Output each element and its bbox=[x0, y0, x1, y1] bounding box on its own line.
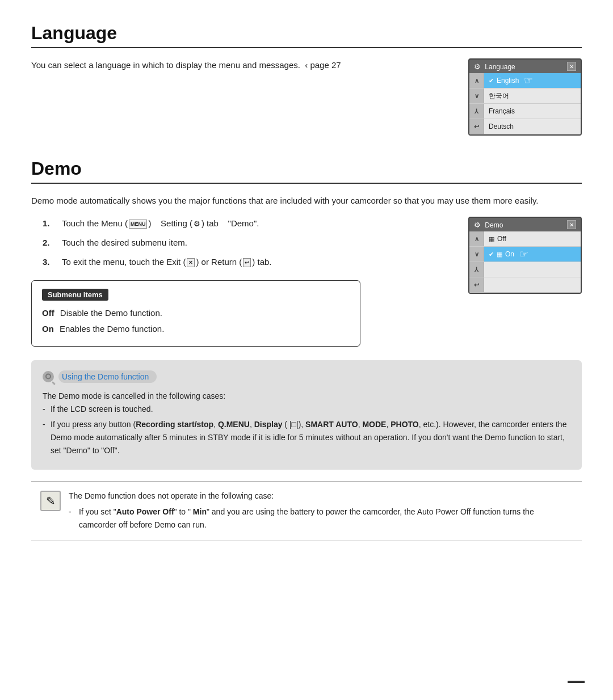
using-demo-box: Using the Demo function The Demo mode is… bbox=[31, 360, 582, 470]
language-page-ref: ‹ page 27 bbox=[305, 60, 341, 70]
submenu-item-on: On Enables the Demo function. bbox=[42, 322, 350, 336]
submenu-on-key: On bbox=[42, 324, 54, 334]
demo-on-label: ✔ ▦ On ☞ bbox=[484, 248, 581, 260]
demo-step-3: To exit the menu, touch the Exit (✕) or … bbox=[43, 255, 451, 269]
demo-off-text: Off bbox=[497, 235, 506, 243]
hand-icon-english: ☞ bbox=[524, 74, 533, 87]
bold-display: Display bbox=[254, 420, 283, 429]
note-items: If you set "Auto Power Off" to " Min" an… bbox=[69, 505, 573, 532]
language-row-french[interactable]: ⅄ Français bbox=[469, 104, 581, 119]
language-ui-header: ⚙ Language ✕ bbox=[469, 60, 581, 73]
bold-mode: MODE bbox=[362, 420, 386, 429]
demo-section: Demo Demo mode automatically shows you t… bbox=[31, 158, 582, 347]
submenu-item-off: Off Disable the Demo function. bbox=[42, 306, 350, 320]
language-section: Language You can select a language in wh… bbox=[31, 23, 582, 136]
submenu-off-desc: Disable the Demo function. bbox=[60, 308, 162, 318]
bold-smart: SMART AUTO bbox=[305, 420, 358, 429]
demo-step-2: Touch the desired submenu item. bbox=[43, 236, 451, 250]
using-demo-item-1: If the LCD screen is touched. bbox=[43, 403, 570, 416]
language-german: Deutsch bbox=[484, 123, 581, 130]
note-box: ✎ The Demo function does not operate in … bbox=[31, 481, 582, 541]
english-label: English bbox=[497, 77, 519, 85]
note-content: The Demo function does not operate in th… bbox=[69, 490, 573, 532]
menu-icon: MENU bbox=[129, 220, 148, 229]
demo-row-on[interactable]: ∨ ✔ ▦ On ☞ bbox=[469, 247, 581, 262]
language-close-btn[interactable]: ✕ bbox=[567, 62, 576, 71]
submenu-on-desc: Enables the Demo function. bbox=[60, 324, 164, 334]
using-demo-items: If the LCD screen is touched. If you pre… bbox=[43, 403, 570, 457]
submenu-off-key: Off bbox=[42, 308, 54, 318]
language-nav-return[interactable]: ↩ bbox=[469, 119, 484, 134]
language-korean: 한국어 bbox=[484, 91, 581, 101]
language-english: ✔ English ☞ bbox=[484, 74, 581, 87]
english-check: ✔ bbox=[489, 77, 494, 85]
note-item-1: If you set "Auto Power Off" to " Min" an… bbox=[69, 505, 573, 532]
demo-nav-down[interactable]: ∨ bbox=[469, 247, 484, 262]
language-title: Language bbox=[31, 23, 582, 48]
note-intro: The Demo function does not operate in th… bbox=[69, 491, 274, 500]
demo-step-1-text: Touch the Menu (MENU) Setting (⚙) tab "D… bbox=[62, 217, 259, 230]
language-nav-extra[interactable]: ⅄ bbox=[469, 104, 484, 119]
demo-title: Demo bbox=[31, 158, 582, 184]
demo-on-text: On bbox=[505, 250, 514, 258]
demo-ui-header-label: Demo bbox=[485, 221, 503, 229]
demo-off-label: ▦ Off bbox=[484, 235, 581, 243]
using-demo-title: Using the Demo function bbox=[58, 370, 157, 383]
language-ui-header-label: Language bbox=[485, 63, 515, 71]
demo-row-return: ↩ bbox=[469, 277, 581, 293]
demo-gear-icon: ⚙ bbox=[474, 221, 481, 229]
demo-on-check: ✔ bbox=[489, 251, 494, 258]
submenu-label: Submenu items bbox=[42, 289, 108, 301]
demo-step-1: Touch the Menu (MENU) Setting (⚙) tab "D… bbox=[43, 217, 451, 230]
demo-step-3-text: To exit the menu, touch the Exit (✕) or … bbox=[62, 255, 272, 269]
return-icon: ↩ bbox=[243, 258, 251, 267]
note-icon: ✎ bbox=[40, 491, 61, 511]
gear-icon: ⚙ bbox=[474, 62, 481, 71]
language-description: You can select a language in which to di… bbox=[31, 58, 451, 72]
settings-icon: ⚙ bbox=[194, 218, 200, 230]
language-ui-screenshot: ⚙ Language ✕ ∧ ✔ English ☞ ∨ 한국어 ⅄ Franç… bbox=[468, 58, 582, 136]
demo-description: Demo mode automatically shows you the ma… bbox=[31, 194, 582, 208]
demo-row-extra: ⅄ bbox=[469, 262, 581, 277]
demo-nav-up[interactable]: ∧ bbox=[469, 231, 484, 246]
language-row-german[interactable]: ↩ Deutsch bbox=[469, 119, 581, 134]
language-french: Français bbox=[484, 107, 581, 115]
using-demo-title-row: Using the Demo function bbox=[43, 370, 570, 383]
hand-icon-demo: ☞ bbox=[519, 248, 528, 260]
search-magnifier-icon bbox=[43, 371, 54, 382]
demo-ui-screenshot: ⚙ Demo ✕ ∧ ▦ Off ∨ ✔ ▦ On ☞ bbox=[468, 217, 582, 294]
bold-min: Min bbox=[191, 507, 207, 516]
demo-step-2-text: Touch the desired submenu item. bbox=[62, 236, 187, 250]
language-row-korean[interactable]: ∨ 한국어 bbox=[469, 88, 581, 104]
submenu-box: Submenu items Off Disable the Demo funct… bbox=[31, 280, 360, 347]
bold-photo: PHOTO bbox=[391, 420, 419, 429]
language-nav-down[interactable]: ∨ bbox=[469, 88, 484, 103]
demo-steps-block: Touch the Menu (MENU) Setting (⚙) tab "D… bbox=[31, 217, 451, 347]
demo-nav-return[interactable]: ↩ bbox=[469, 277, 484, 292]
demo-off-icon: ▦ bbox=[489, 235, 494, 243]
submenu-items: Off Disable the Demo function. On Enable… bbox=[42, 306, 350, 336]
demo-nav-extra[interactable]: ⅄ bbox=[469, 262, 484, 277]
bold-recording: Recording start/stop bbox=[136, 420, 213, 429]
demo-ui-header: ⚙ Demo ✕ bbox=[469, 218, 581, 231]
exit-icon: ✕ bbox=[187, 258, 195, 267]
language-desc-text: You can select a language in which to di… bbox=[31, 60, 300, 70]
language-row-english[interactable]: ∧ ✔ English ☞ bbox=[469, 73, 581, 88]
using-demo-item-2: If you press any button (Recording start… bbox=[43, 418, 570, 457]
demo-row-off[interactable]: ∧ ▦ Off bbox=[469, 231, 581, 247]
demo-on-icon: ▦ bbox=[497, 251, 502, 258]
demo-close-btn[interactable]: ✕ bbox=[567, 220, 576, 229]
language-nav-up[interactable]: ∧ bbox=[469, 73, 484, 88]
bold-auto-power-off: Auto Power Off bbox=[116, 507, 174, 516]
using-demo-intro: The Demo mode is cancelled in the follow… bbox=[43, 390, 570, 403]
bold-qmenu: Q.MENU bbox=[218, 420, 250, 429]
